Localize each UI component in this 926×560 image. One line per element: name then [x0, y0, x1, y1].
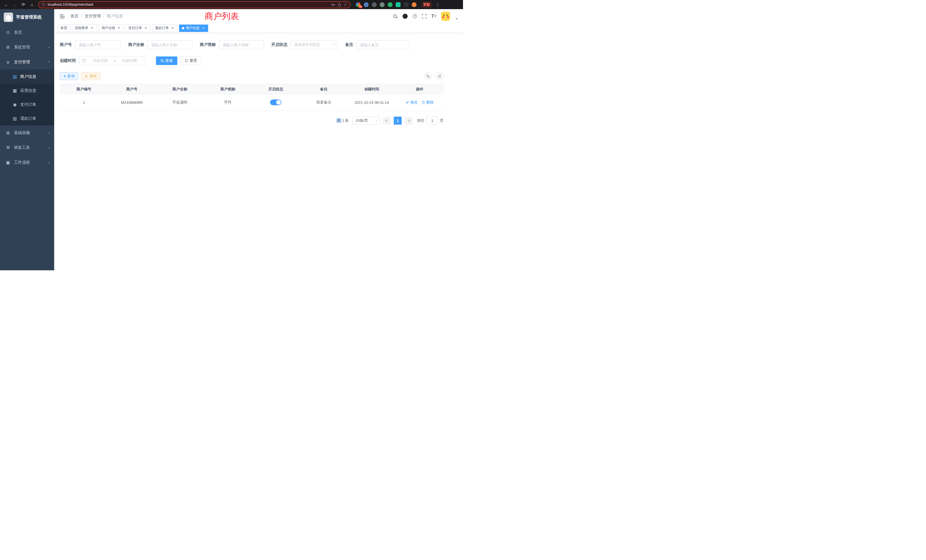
- merchant-no-label: 商户号: [60, 42, 72, 47]
- create-time-range-picker[interactable]: 开始日期 - 结束日期: [79, 56, 146, 65]
- password-key-icon[interactable]: [331, 3, 335, 7]
- collapse-menu-icon[interactable]: [59, 14, 65, 20]
- edit-button[interactable]: 修改: [406, 100, 418, 105]
- sidebar-item-devtools[interactable]: ⚒ 研发工具: [0, 140, 54, 155]
- column-header: 商户编号: [60, 84, 108, 94]
- export-button[interactable]: 导出: [81, 72, 100, 80]
- toggle-search-icon[interactable]: [424, 72, 432, 80]
- remark-input[interactable]: [356, 40, 409, 49]
- column-header: 操作: [396, 84, 443, 94]
- github-icon[interactable]: [402, 14, 408, 19]
- home-icon[interactable]: ⌂: [29, 1, 35, 8]
- extension-green-circle-icon[interactable]: [388, 2, 393, 7]
- user-menu-caret-icon[interactable]: [455, 18, 458, 20]
- tools-icon: ⚒: [6, 145, 10, 150]
- add-button[interactable]: 新增: [60, 72, 78, 80]
- forward-icon[interactable]: →: [11, 1, 18, 8]
- back-icon[interactable]: ←: [3, 1, 10, 8]
- chevron-down-icon: [375, 119, 378, 121]
- workflow-icon: ▣: [6, 160, 10, 165]
- chevron-left-icon: [386, 120, 388, 122]
- breadcrumb: 首页 / 支付管理 / 商户信息: [70, 14, 123, 19]
- close-icon[interactable]: [171, 26, 174, 30]
- search-icon[interactable]: [393, 14, 398, 19]
- search-button[interactable]: 搜索: [156, 56, 177, 65]
- extension-green-square-icon[interactable]: [396, 2, 401, 7]
- extension-gray-icon[interactable]: [372, 2, 377, 7]
- breadcrumb-separator: /: [103, 14, 104, 18]
- chevron-right-icon: [407, 120, 410, 122]
- topbar: 首页 / 支付管理 / 商户信息 商户列表: [54, 9, 463, 23]
- browser-window: ← → ⟳ ⌂ localhost:1024/pay/merchant 10 更…: [0, 0, 463, 280]
- end-date-placeholder[interactable]: 结束日期: [117, 58, 142, 63]
- plus-icon: [64, 74, 66, 79]
- breadcrumb-payment[interactable]: 支付管理: [85, 14, 101, 19]
- tab-merchant-info[interactable]: 商户信息: [179, 24, 208, 32]
- site-info-icon[interactable]: [42, 2, 45, 8]
- trash-icon: [422, 101, 425, 104]
- share-icon[interactable]: [337, 3, 341, 6]
- browser-menu-icon[interactable]: ⋮: [436, 2, 440, 7]
- chevron-down-icon: [48, 146, 50, 148]
- gear-icon: ⚙: [6, 45, 10, 50]
- refresh-table-icon[interactable]: [436, 72, 443, 80]
- sidebar-item-pay-order[interactable]: ◉ 支付订单: [0, 97, 54, 112]
- page-size-select[interactable]: 10条/页: [353, 117, 380, 125]
- cell-create-time: 2021-10-23 08:31:14: [348, 94, 396, 110]
- status-toggle[interactable]: [270, 100, 281, 105]
- sidebar-item-merchant-info[interactable]: ▤ 商户信息: [0, 70, 54, 83]
- tab-refund-order[interactable]: 退款订单: [152, 24, 177, 32]
- close-icon[interactable]: [201, 26, 205, 30]
- goto-page-input[interactable]: [427, 117, 438, 125]
- calendar-icon: [82, 59, 86, 63]
- tab-home[interactable]: 首页: [57, 24, 70, 32]
- url-text[interactable]: localhost:1024/pay/merchant: [48, 3, 329, 6]
- sidebar-item-payment[interactable]: ¥ 支付管理: [0, 55, 54, 70]
- tab-pay-order[interactable]: 支付订单: [126, 24, 151, 32]
- extension-blue-icon[interactable]: [364, 2, 369, 7]
- page-1-button[interactable]: 1: [394, 117, 402, 125]
- address-bar[interactable]: localhost:1024/pay/merchant: [38, 1, 351, 8]
- user-avatar[interactable]: [441, 12, 450, 21]
- extension-avatar-icon[interactable]: [412, 2, 416, 7]
- full-name-input[interactable]: [147, 40, 192, 49]
- start-date-placeholder[interactable]: 开始日期: [87, 58, 113, 63]
- short-name-input[interactable]: [219, 40, 264, 49]
- delete-button[interactable]: 删除: [422, 100, 434, 105]
- close-icon[interactable]: [144, 26, 148, 30]
- reset-button[interactable]: 重置: [180, 56, 201, 65]
- merchant-no-input[interactable]: [75, 40, 121, 49]
- chevron-up-icon: [48, 61, 50, 63]
- prev-page-button[interactable]: [383, 117, 391, 125]
- extensions-strip: 10: [356, 2, 416, 7]
- chevron-down-icon: [48, 131, 50, 133]
- logo[interactable]: 芋道管理系统: [0, 9, 54, 25]
- column-header: 商户简称: [204, 84, 252, 94]
- extension-colorful-icon[interactable]: 10: [356, 2, 361, 7]
- font-size-icon[interactable]: [431, 14, 436, 19]
- extension-dark-icon[interactable]: [404, 2, 409, 7]
- help-icon[interactable]: [413, 14, 417, 18]
- sidebar-item-refund-order[interactable]: ▥ 退款订单: [0, 112, 54, 126]
- status-select[interactable]: 请选择开启状态: [291, 40, 338, 49]
- logo-image: [4, 12, 13, 22]
- breadcrumb-home[interactable]: 首页: [70, 14, 79, 19]
- pagination: 共1条 10条/页 1 前往 页: [60, 117, 443, 125]
- tab-process-form[interactable]: 流程表单: [72, 24, 97, 32]
- extension-slate-icon[interactable]: [380, 2, 384, 7]
- sidebar-item-home[interactable]: ⊙ 首页: [0, 25, 54, 40]
- bookmark-star-icon[interactable]: [343, 2, 347, 7]
- close-icon[interactable]: [117, 26, 121, 30]
- tab-user-group[interactable]: 用户分组: [98, 24, 124, 32]
- sidebar-item-workflow[interactable]: ▣ 工作流程: [0, 155, 54, 170]
- sidebar-item-system[interactable]: ⚙ 系统管理: [0, 40, 54, 55]
- browser-update-button[interactable]: 更新: [421, 2, 432, 8]
- refund-doc-icon: ▥: [12, 116, 17, 121]
- close-icon[interactable]: [90, 26, 94, 30]
- sidebar-item-infrastructure[interactable]: ⊞ 基础设施: [0, 126, 54, 140]
- merchant-table: 商户编号 商户号 商户全称 商户简称 开启状态 备注 创建时间 操作 1 M23…: [60, 84, 443, 110]
- next-page-button[interactable]: [404, 117, 413, 125]
- sidebar-item-app-info[interactable]: ▦ 应用信息: [0, 83, 54, 97]
- reload-icon[interactable]: ⟳: [20, 1, 27, 8]
- fullscreen-icon[interactable]: [422, 14, 427, 18]
